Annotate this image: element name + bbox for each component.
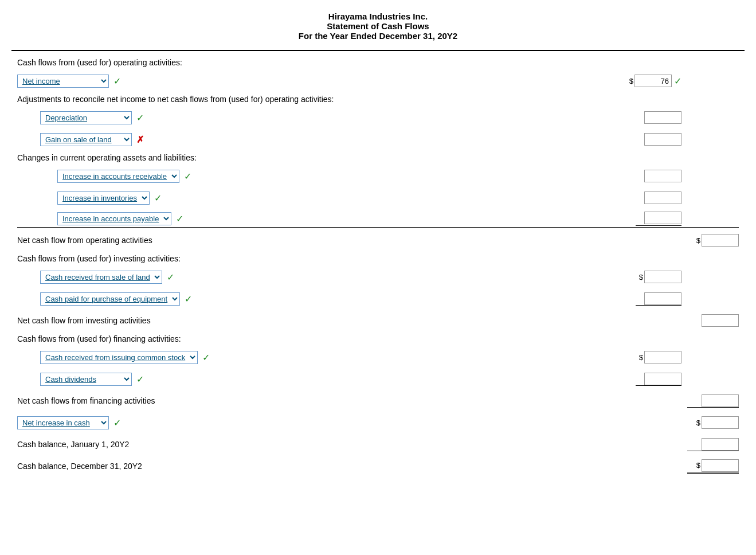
cash-common-stock-check: ✓ (202, 352, 210, 363)
cash-dividends-inner (636, 373, 681, 386)
net-investing-right (567, 314, 739, 327)
increase-ap-row: Increase in accounts payable ✓ (17, 212, 739, 228)
net-increase-select[interactable]: Net increase in cash (17, 416, 109, 429)
cash-balance-jan-input[interactable] (702, 438, 739, 451)
cash-common-stock-select[interactable]: Cash received from issuing common stock (40, 351, 198, 364)
increase-ar-select[interactable]: Increase in accounts receivable (57, 170, 179, 183)
cash-sale-land-dropdown-container: Cash received from sale of land ✓ (40, 271, 567, 284)
increase-ar-row: Increase in accounts receivable ✓ (17, 168, 739, 184)
increase-ap-select[interactable]: Increase in accounts payable (57, 212, 171, 225)
increase-ap-right (567, 212, 739, 226)
net-income-dollar: $ (629, 77, 633, 85)
cash-sale-land-label: Cash received from sale of land ✓ (17, 271, 567, 284)
cash-common-stock-dropdown-container: Cash received from issuing common stock … (40, 351, 567, 364)
increase-inv-inner (636, 191, 681, 204)
increase-inv-label: Increase in inventories ✓ (17, 191, 567, 205)
cash-balance-dec-row: Cash balance, December 31, 20Y2 $ (17, 458, 739, 474)
net-increase-input[interactable] (702, 416, 739, 429)
cash-equipment-label: Cash paid for purchase of equipment ✓ (17, 292, 567, 306)
cash-balance-dec-right: $ (567, 459, 739, 474)
net-investing-row: Net cash flow from investing activities (17, 312, 739, 329)
net-income-inner-col: $ ✓ (636, 75, 681, 87)
cash-equipment-row: Cash paid for purchase of equipment ✓ (17, 291, 739, 307)
net-operating-row: Net cash flow from operating activities … (17, 232, 739, 248)
increase-inv-dropdown-container: Increase in inventories ✓ (57, 191, 567, 205)
cash-dividends-check: ✓ (136, 374, 144, 385)
increase-ar-right (567, 170, 739, 182)
net-operating-input[interactable] (702, 234, 739, 247)
increase-ap-input[interactable] (644, 212, 681, 224)
cash-common-stock-input[interactable] (644, 351, 681, 364)
gain-land-row: Gain on sale of land ✗ (17, 131, 739, 147)
cash-equipment-input[interactable] (644, 292, 681, 305)
net-income-input[interactable] (634, 75, 672, 87)
net-operating-dollar: $ (696, 236, 700, 245)
increase-ap-check: ✓ (176, 213, 183, 224)
increase-ar-label: Increase in accounts receivable ✓ (17, 170, 567, 183)
increase-inv-check: ✓ (154, 193, 162, 204)
increase-inv-right (567, 191, 739, 204)
cash-equipment-dropdown-container: Cash paid for purchase of equipment ✓ (40, 292, 567, 306)
net-financing-outer (687, 394, 739, 408)
main-content: Cash flows from (used for) operating act… (11, 58, 745, 474)
gain-land-select[interactable]: Gain on sale of land (40, 133, 132, 146)
net-investing-input[interactable] (702, 314, 739, 327)
depreciation-check: ✓ (136, 112, 144, 123)
net-increase-dollar: $ (696, 419, 700, 427)
depreciation-label: Depreciation ✓ (17, 111, 567, 124)
cash-sale-land-select[interactable]: Cash received from sale of land (40, 271, 162, 284)
cash-balance-jan-outer (687, 438, 739, 451)
increase-inv-row: Increase in inventories ✓ (17, 190, 739, 206)
increase-ar-inner (636, 170, 681, 182)
depreciation-right (567, 111, 739, 124)
cash-equipment-inner (636, 292, 681, 306)
depreciation-inner (636, 111, 681, 124)
depreciation-row: Depreciation ✓ (17, 110, 739, 126)
increase-ar-input[interactable] (644, 170, 681, 182)
cash-common-stock-dollar: $ (639, 353, 643, 362)
cash-equipment-right (567, 292, 739, 306)
cash-dividends-dropdown-container: Cash dividends ✓ (40, 373, 567, 386)
cash-balance-dec-input[interactable] (702, 459, 739, 472)
increase-ap-inner (636, 212, 681, 226)
increase-inv-select[interactable]: Increase in inventories (57, 191, 150, 205)
net-financing-right (567, 394, 739, 408)
net-operating-outer: $ (687, 234, 739, 247)
increase-inv-input[interactable] (644, 191, 681, 204)
cash-balance-jan-label: Cash balance, January 1, 20Y2 (17, 440, 567, 449)
increase-ap-dropdown-container: Increase in accounts payable ✓ (57, 212, 567, 225)
depreciation-select[interactable]: Depreciation (40, 111, 132, 124)
cash-equipment-select[interactable]: Cash paid for purchase of equipment (40, 292, 180, 306)
cash-dividends-row: Cash dividends ✓ (17, 371, 739, 387)
net-investing-outer (687, 314, 739, 327)
financing-header: Cash flows from (used for) financing act… (17, 334, 739, 343)
cash-dividends-select[interactable]: Cash dividends (40, 373, 132, 386)
cash-common-stock-row: Cash received from issuing common stock … (17, 349, 739, 365)
cash-balance-jan-right (567, 438, 739, 451)
net-financing-input[interactable] (702, 394, 739, 407)
statement-period: For the Year Ended December 31, 20Y2 (11, 31, 745, 41)
cash-dividends-input[interactable] (644, 373, 681, 385)
gain-land-label: Gain on sale of land ✗ (17, 133, 567, 146)
cash-common-stock-inner: $ (636, 351, 681, 364)
cash-sale-land-input[interactable] (644, 271, 681, 283)
cash-sale-land-right: $ (567, 271, 739, 283)
depreciation-dropdown-container: Depreciation ✓ (40, 111, 567, 124)
gain-land-check: ✗ (136, 134, 144, 145)
net-income-val-check: ✓ (674, 76, 681, 87)
net-income-row: Net income ✓ $ ✓ (17, 73, 739, 89)
gain-land-input[interactable] (644, 133, 681, 146)
cash-sale-land-dollar: $ (639, 273, 643, 282)
company-name: Hirayama Industries Inc. (11, 11, 745, 21)
net-increase-dropdown-container: Net increase in cash ✓ (17, 416, 567, 429)
cash-common-stock-right: $ (567, 351, 739, 364)
net-increase-outer: $ (687, 416, 739, 429)
cash-equipment-check: ✓ (185, 294, 192, 304)
cash-balance-dec-dollar: $ (696, 461, 700, 470)
cash-balance-jan-row: Cash balance, January 1, 20Y2 (17, 436, 739, 452)
depreciation-input[interactable] (644, 111, 681, 124)
adjustments-header: Adjustments to reconcile net income to n… (17, 95, 739, 104)
net-income-select[interactable]: Net income (17, 75, 109, 88)
cash-dividends-right (567, 373, 739, 386)
net-income-right: $ ✓ (567, 75, 739, 87)
